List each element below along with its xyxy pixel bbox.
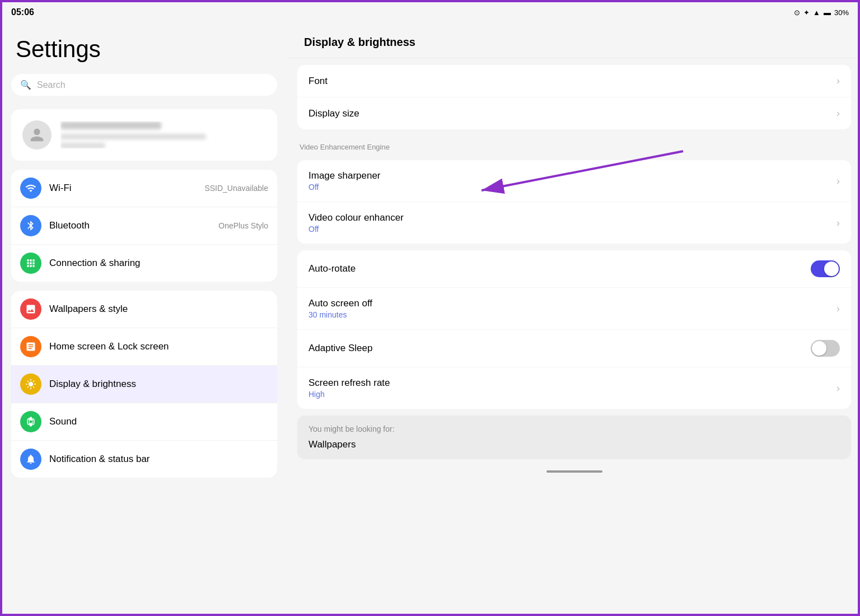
screen-refresh-sub: High xyxy=(309,390,836,399)
sidebar-item-wallpaper[interactable]: Wallpapers & style xyxy=(11,291,277,328)
auto-screen-off-arrow-icon: › xyxy=(836,303,840,315)
account-card[interactable] xyxy=(11,109,277,161)
auto-screen-off-item[interactable]: Auto screen off 30 minutes › xyxy=(297,288,851,330)
account-desc-2 xyxy=(60,143,105,148)
screen-refresh-item[interactable]: Screen refresh rate High › xyxy=(297,367,851,409)
display-size-arrow-icon: › xyxy=(836,108,840,119)
display-size-content: Display size xyxy=(309,108,836,119)
auto-rotate-title: Auto-rotate xyxy=(309,263,811,274)
connection-label: Connection & sharing xyxy=(49,258,268,269)
sidebar-item-notification[interactable]: Notification & status bar xyxy=(11,441,277,478)
video-enhancement-label: Video Enhancement Engine xyxy=(288,136,860,153)
account-info xyxy=(60,122,266,148)
right-content: Font › Display size › Video Enhancement … xyxy=(288,58,860,616)
homescreen-label: Home screen & Lock screen xyxy=(49,341,268,352)
adaptive-sleep-toggle[interactable] xyxy=(811,340,840,357)
main-layout: Settings 🔍 Search xyxy=(0,25,860,616)
wallpaper-label: Wallpapers & style xyxy=(49,304,268,315)
right-panel-title: Display & brightness xyxy=(304,36,415,48)
notification-label: Notification & status bar xyxy=(49,454,268,465)
status-bar: 05:06 ⊙ ✦ ▲ ▬ 30% xyxy=(0,0,860,25)
other-settings-section: Auto-rotate Auto screen off 30 minutes › xyxy=(297,250,851,409)
looking-for-section: You might be looking for: Wallpapers xyxy=(297,416,851,459)
image-sharpener-sub: Off xyxy=(309,183,836,192)
sidebar-item-display[interactable]: Display & brightness xyxy=(11,366,277,403)
auto-rotate-toggle[interactable] xyxy=(811,260,840,277)
auto-rotate-item[interactable]: Auto-rotate xyxy=(297,250,851,288)
appearance-group: Wallpapers & style Home screen & Lock sc… xyxy=(11,291,277,478)
adaptive-sleep-content: Adaptive Sleep xyxy=(309,343,811,354)
auto-rotate-knob xyxy=(824,262,839,276)
battery-icon: ▬ xyxy=(824,8,831,17)
sidebar-item-sound[interactable]: Sound xyxy=(11,403,277,441)
status-time: 05:06 xyxy=(11,7,34,17)
right-panel: Display & brightness Font › Display size… xyxy=(288,25,860,616)
video-colour-content: Video colour enhancer Off xyxy=(309,212,836,234)
display-size-item[interactable]: Display size › xyxy=(297,97,851,129)
search-icon: 🔍 xyxy=(20,80,31,90)
font-display-section: Font › Display size › xyxy=(297,65,851,129)
account-name xyxy=(60,122,161,129)
adaptive-sleep-title: Adaptive Sleep xyxy=(309,343,811,354)
bluetooth-icon xyxy=(20,215,41,236)
image-sharpener-item[interactable]: Image sharpener Off › xyxy=(297,160,851,202)
scroll-indicator xyxy=(288,466,860,477)
screen-refresh-content: Screen refresh rate High xyxy=(309,377,836,399)
bluetooth-status-icon: ✦ xyxy=(803,8,810,17)
sound-icon xyxy=(20,411,41,432)
sound-label: Sound xyxy=(49,416,268,427)
adaptive-sleep-knob xyxy=(812,341,826,356)
search-input[interactable]: Search xyxy=(37,80,268,90)
image-sharpener-content: Image sharpener Off xyxy=(309,170,836,192)
bluetooth-value: OnePlus Stylo xyxy=(218,221,268,230)
adaptive-sleep-item[interactable]: Adaptive Sleep xyxy=(297,330,851,367)
settings-title: Settings xyxy=(11,36,277,63)
display-icon xyxy=(20,374,41,395)
font-arrow-icon: › xyxy=(836,75,840,87)
screen-refresh-arrow-icon: › xyxy=(836,382,840,394)
display-size-title: Display size xyxy=(309,108,836,119)
font-title: Font xyxy=(309,76,836,87)
font-item-content: Font xyxy=(309,76,836,87)
avatar xyxy=(22,120,52,150)
sidebar-item-connection[interactable]: Connection & sharing xyxy=(11,245,277,282)
wifi-status-icon: ▲ xyxy=(813,8,820,17)
connection-icon xyxy=(20,253,41,274)
sidebar-item-wifi[interactable]: Wi-Fi SSID_Unavailable xyxy=(11,170,277,207)
wifi-label: Wi-Fi xyxy=(49,183,197,194)
scroll-bar xyxy=(546,470,602,473)
wifi-value: SSID_Unavailable xyxy=(204,184,268,193)
left-panel: Settings 🔍 Search xyxy=(0,25,288,616)
looking-for-label: You might be looking for: xyxy=(309,424,840,433)
looking-for-wallpapers[interactable]: Wallpapers xyxy=(309,439,840,450)
image-sharpener-title: Image sharpener xyxy=(309,170,836,181)
auto-rotate-content: Auto-rotate xyxy=(309,263,811,274)
wifi-icon xyxy=(20,178,41,199)
homescreen-icon xyxy=(20,336,41,357)
display-label: Display & brightness xyxy=(49,379,268,390)
notification-icon xyxy=(20,449,41,470)
sidebar-item-bluetooth[interactable]: Bluetooth OnePlus Stylo xyxy=(11,207,277,245)
font-item[interactable]: Font › xyxy=(297,65,851,97)
image-sharpener-arrow-icon: › xyxy=(836,175,840,187)
auto-screen-off-content: Auto screen off 30 minutes xyxy=(309,298,836,319)
battery-percent: 30% xyxy=(834,8,849,17)
bluetooth-label: Bluetooth xyxy=(49,220,211,231)
account-desc-1 xyxy=(60,134,206,139)
connectivity-group: Wi-Fi SSID_Unavailable Bluetooth OnePlus… xyxy=(11,170,277,282)
sidebar-item-homescreen[interactable]: Home screen & Lock screen xyxy=(11,328,277,366)
search-bar[interactable]: 🔍 Search xyxy=(11,74,277,96)
wallpaper-icon xyxy=(20,298,41,320)
video-colour-arrow-icon: › xyxy=(836,217,840,229)
video-colour-sub: Off xyxy=(309,225,836,234)
video-colour-title: Video colour enhancer xyxy=(309,212,836,223)
screen-refresh-title: Screen refresh rate xyxy=(309,377,836,389)
right-panel-header: Display & brightness xyxy=(288,25,860,58)
auto-screen-off-title: Auto screen off xyxy=(309,298,836,309)
auto-screen-off-sub: 30 minutes xyxy=(309,310,836,319)
video-section: Image sharpener Off › Video colour enhan… xyxy=(297,160,851,244)
alarm-icon: ⊙ xyxy=(794,8,800,17)
video-colour-item[interactable]: Video colour enhancer Off › xyxy=(297,202,851,244)
status-icons: ⊙ ✦ ▲ ▬ 30% xyxy=(794,8,849,17)
